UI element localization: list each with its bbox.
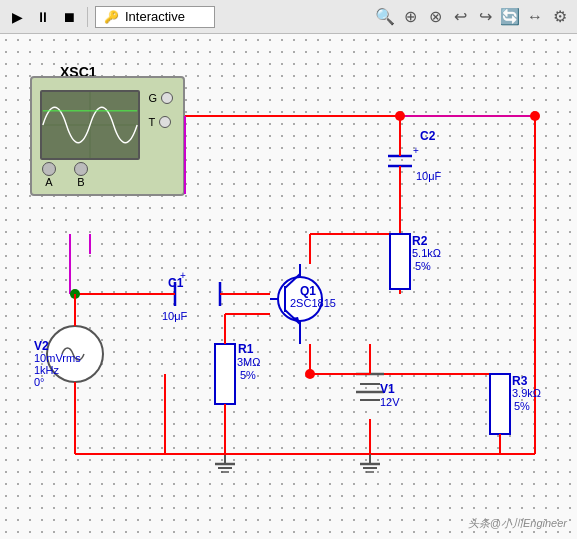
r2-value-label: 5.1kΩ [412,247,441,259]
knob-a [42,162,56,176]
r1-name-label: R1 [238,342,253,356]
svg-point-28 [70,289,80,299]
scope-terminals: G T [148,92,173,128]
fit-icon[interactable]: ↔ [524,6,546,28]
svg-rect-50 [215,344,235,404]
play-button[interactable]: ▶ [6,6,28,28]
redo-icon[interactable]: ↪ [474,6,496,28]
simulation-title: Interactive [125,9,185,24]
r3-value-label: 3.9kΩ [512,387,541,399]
svg-text:+: + [413,145,419,156]
svg-marker-64 [292,317,300,324]
r3-name-label: R3 [512,374,527,388]
scope-terminal-g: G [148,92,173,104]
q1-name-label: Q1 [300,284,316,298]
c1-value-label: 10μF [162,310,187,322]
simulation-title-box[interactable]: 🔑 Interactive [95,6,215,28]
scope-ab-terminals: A B [42,162,88,188]
knob-b [74,162,88,176]
c1-name-label: C1 [168,276,183,290]
terminal-a-label: A [45,176,52,188]
v2-freq-label: 1kHz [34,364,59,376]
toolbar: ▶ ⏸ ⏹ 🔑 Interactive 🔍 ⊕ ⊗ ↩ ↪ 🔄 ↔ ⚙ [0,0,577,34]
terminal-g-label: G [148,92,157,104]
toolbar-separator [87,7,88,27]
schematic-area: XSC1 G T [0,34,577,539]
svg-line-62 [285,274,300,288]
v2-name-label: V2 [34,339,49,353]
refresh-icon[interactable]: 🔄 [499,6,521,28]
watermark: 头条@小川Engineer [468,516,567,531]
pause-button[interactable]: ⏸ [32,6,54,28]
terminal-t-knob [159,116,171,128]
stop-button[interactable]: ⏹ [58,6,80,28]
r2-tolerance-label: 5% [415,260,431,272]
v2-value-label: 10mVrms [34,352,81,364]
settings-icon[interactable]: ⚙ [549,6,571,28]
q1-type-label: 2SC1815 [290,297,336,309]
terminal-b-label: B [77,176,84,188]
r1-tolerance-label: 5% [240,369,256,381]
terminal-g-knob [161,92,173,104]
c2-name-label: C2 [420,129,435,143]
scope-terminal-a: A [42,162,56,188]
r2-name-label: R2 [412,234,427,248]
oscilloscope: G T A B [30,76,185,196]
undo-icon[interactable]: ↩ [449,6,471,28]
scope-screen [40,90,140,160]
scope-terminal-t: T [148,116,173,128]
svg-point-31 [530,111,540,121]
v1-name-label: V1 [380,382,395,396]
svg-line-63 [285,310,300,324]
svg-rect-55 [490,374,510,434]
zoom-in-icon[interactable]: ⊕ [399,6,421,28]
zoom-out-icon[interactable]: ⊗ [424,6,446,28]
svg-point-29 [395,111,405,121]
svg-rect-54 [390,234,410,289]
r3-tolerance-label: 5% [514,400,530,412]
r1-value-label: 3MΩ [237,356,261,368]
svg-point-30 [305,369,315,379]
zoom-icon[interactable]: 🔍 [374,6,396,28]
toolbar-right: 🔍 ⊕ ⊗ ↩ ↪ 🔄 ↔ ⚙ [374,6,571,28]
v1-value-label: 12V [380,396,400,408]
scope-terminal-b: B [74,162,88,188]
terminal-t-label: T [148,116,155,128]
c2-value-label: 10μF [416,170,441,182]
key-icon: 🔑 [104,10,119,24]
v2-phase-label: 0° [34,376,45,388]
